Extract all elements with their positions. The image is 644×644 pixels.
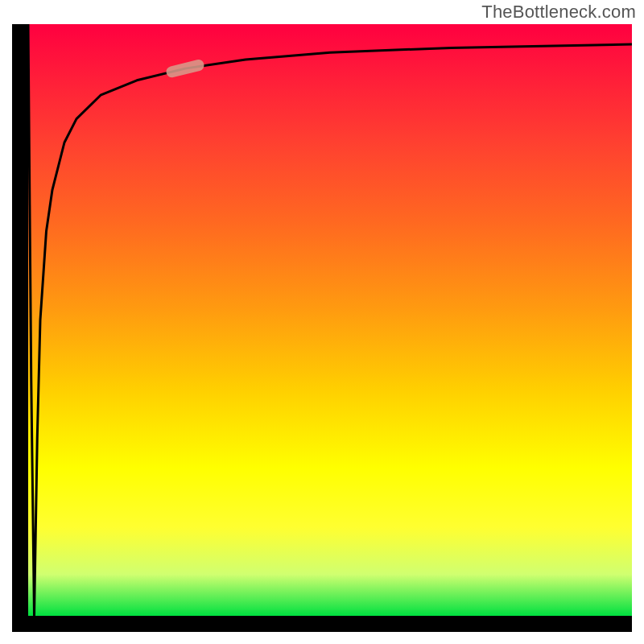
curve-layer bbox=[28, 24, 632, 616]
chart-canvas: TheBottleneck.com bbox=[0, 0, 644, 644]
axis-left bbox=[12, 24, 28, 632]
axis-bottom bbox=[12, 616, 632, 632]
curve-marker bbox=[165, 59, 205, 79]
attribution-text: TheBottleneck.com bbox=[481, 2, 636, 23]
bottleneck-curve bbox=[28, 24, 632, 616]
plot-frame bbox=[12, 24, 632, 632]
